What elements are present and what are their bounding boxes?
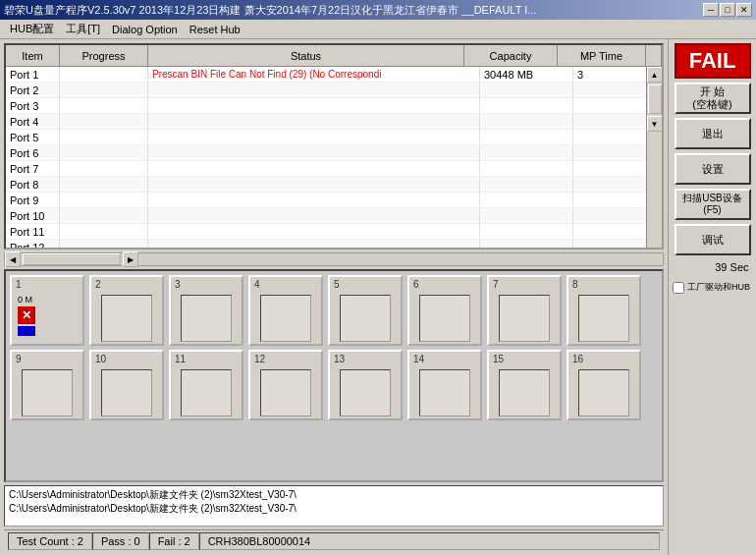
port-inner-box [22, 369, 73, 416]
ports-row-2: 910111213141516 [10, 350, 658, 420]
device-id: CRH380BL80000014 [199, 532, 660, 550]
td-capacity [480, 98, 573, 113]
maximize-button[interactable]: □ [720, 3, 735, 17]
td-progress [60, 161, 148, 176]
port-item-8: 8 [567, 275, 641, 346]
port-item-4: 4 [248, 275, 323, 346]
table-row: Port 5 [6, 130, 662, 145]
td-progress [60, 177, 148, 192]
port-number-12: 12 [254, 354, 265, 364]
td-status [148, 240, 480, 250]
horizontal-scroll[interactable]: ◀ ▶ [4, 252, 664, 266]
td-status [148, 98, 480, 113]
port-item-6: 6 [407, 275, 482, 346]
td-item: Port 10 [6, 208, 60, 223]
port-red-x-icon: ✕ [18, 306, 35, 324]
table-scrollbar[interactable]: ▲ ▼ [646, 67, 662, 250]
td-capacity: 30448 MB [480, 67, 573, 82]
port-inner-box [260, 295, 311, 342]
port-item-9: 9 [10, 350, 84, 420]
table-row: Port 10 [6, 208, 662, 224]
table-row: Port 6 [6, 145, 662, 161]
table-row: Port 3 [6, 98, 662, 114]
port-number-9: 9 [16, 354, 22, 364]
menu-dialog-option[interactable]: Dialog Option [106, 22, 184, 37]
port-item-1: 10 M✕ [10, 275, 84, 346]
settings-button[interactable]: 设置 [675, 153, 751, 185]
td-capacity [480, 240, 573, 250]
hscroll-right[interactable]: ▶ [123, 251, 138, 267]
port-number-8: 8 [572, 279, 578, 290]
td-item: Port 12 [6, 240, 60, 250]
table-row: Port 9 [6, 193, 662, 208]
table-body: Port 1Prescan BIN File Can Not Find (29)… [6, 67, 662, 250]
td-capacity [480, 114, 573, 129]
td-status [148, 114, 480, 129]
port-inner-box [181, 369, 232, 416]
port-blue-rect-icon [18, 326, 35, 336]
minimize-button[interactable]: ─ [703, 3, 719, 17]
title-controls: ─ □ ✕ [703, 3, 752, 17]
header-scroll [646, 45, 662, 66]
log-area: C:\Users\Administrator\Desktop\新建文件夹 (2)… [4, 485, 664, 527]
port-status-indicators: 0 M✕ [18, 295, 35, 336]
td-capacity [480, 161, 573, 176]
port-number-5: 5 [334, 279, 340, 290]
table-header: Item Progress Status Capacity MP Time [6, 45, 662, 67]
header-item: Item [6, 45, 60, 66]
menu-tools[interactable]: 工具[T] [60, 20, 106, 38]
td-status [148, 193, 480, 207]
td-item: Port 1 [6, 67, 60, 82]
main-area: Item Progress Status Capacity MP Time Po… [0, 39, 756, 555]
table-row: Port 7 [6, 161, 662, 177]
scroll-thumb[interactable] [648, 84, 662, 114]
timer-display: 39 Sec [675, 259, 751, 275]
scan-button[interactable]: 扫描USB设备 (F5) [675, 189, 751, 220]
debug-button[interactable]: 调试 [675, 224, 751, 255]
header-mptime: MP Time [558, 45, 646, 66]
td-progress [60, 83, 148, 97]
td-status [148, 130, 480, 144]
scroll-down-btn[interactable]: ▼ [647, 116, 663, 132]
td-progress [60, 114, 148, 129]
table-row: Port 11 [6, 224, 662, 240]
exit-button[interactable]: 退出 [675, 118, 751, 149]
td-progress [60, 208, 148, 223]
td-status [148, 177, 480, 192]
log-line: C:\Users\Administrator\Desktop\新建文件夹 (2)… [9, 488, 659, 502]
menu-reset-hub[interactable]: Reset Hub [184, 22, 246, 37]
ports-area: 10 M✕2345678 910111213141516 [4, 269, 664, 482]
port-number-14: 14 [413, 354, 424, 364]
port-item-16: 16 [567, 350, 641, 420]
menu-bar: HUB配置 工具[T] Dialog Option Reset Hub [0, 20, 756, 39]
table-row: Port 4 [6, 114, 662, 130]
port-number-10: 10 [95, 354, 106, 364]
table-container: Item Progress Status Capacity MP Time Po… [4, 43, 664, 250]
start-button[interactable]: 开 始 (空格键) [675, 83, 751, 114]
port-item-3: 3 [169, 275, 243, 346]
port-number-13: 13 [334, 354, 345, 364]
factory-check-box[interactable] [673, 282, 684, 294]
factory-check-area: 工厂驱动和HUB [673, 281, 752, 294]
port-number-16: 16 [572, 354, 583, 364]
close-button[interactable]: ✕ [736, 3, 752, 17]
title-bar: 碧荣U盘量产程序V2.5.30v7 2013年12月23日构建 萧大安2014年… [0, 0, 756, 20]
port-item-12: 12 [248, 350, 323, 420]
hscroll-left[interactable]: ◀ [5, 251, 21, 267]
port-item-5: 5 [328, 275, 403, 346]
log-line: C:\Users\Administrator\Desktop\新建文件夹 (2)… [9, 502, 659, 516]
menu-hub-config[interactable]: HUB配置 [4, 20, 60, 38]
td-item: Port 5 [6, 130, 60, 144]
td-item: Port 11 [6, 224, 60, 239]
port-item-14: 14 [407, 350, 482, 420]
port-inner-box [419, 369, 470, 416]
scroll-up-btn[interactable]: ▲ [647, 67, 663, 83]
port-inner-box [499, 295, 550, 342]
td-capacity [480, 177, 573, 192]
td-status [148, 224, 480, 239]
table-row: Port 8 [6, 177, 662, 193]
td-status [148, 161, 480, 176]
hscroll-thumb[interactable] [23, 253, 121, 265]
right-panel: FAIL 开 始 (空格键) 退出 设置 扫描USB设备 (F5) 调试 39 … [668, 39, 756, 555]
td-progress [60, 193, 148, 207]
